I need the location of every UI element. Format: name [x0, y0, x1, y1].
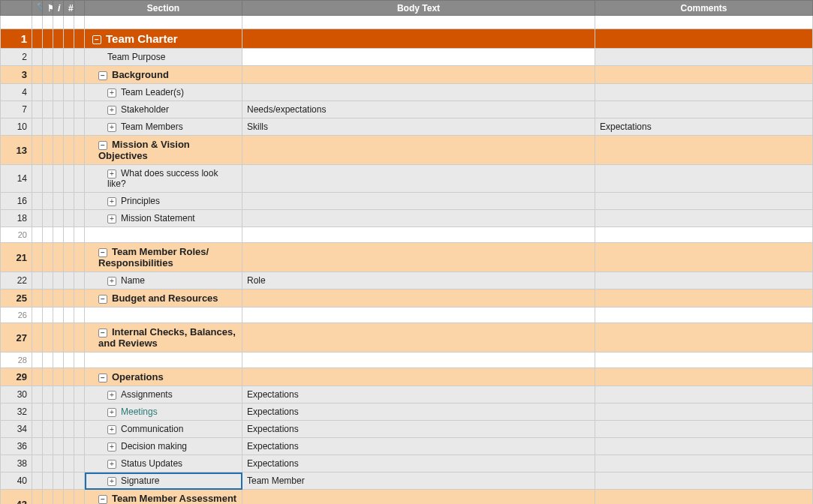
expand-icon[interactable] — [107, 425, 116, 434]
expand-icon[interactable] — [107, 477, 116, 486]
body-cell[interactable]: Team Member — [242, 472, 595, 490]
collapse-icon[interactable] — [98, 248, 107, 257]
row-number[interactable]: 40 — [1, 472, 32, 490]
table-row[interactable]: 30AssignmentsExpectations — [1, 386, 813, 404]
section-cell[interactable]: Team Member Assessment and Evaluations — [85, 490, 242, 505]
row-number[interactable]: 4 — [1, 84, 32, 101]
table-row[interactable]: 3Background — [1, 66, 813, 84]
comments-cell[interactable] — [595, 308, 813, 323]
collapse-icon[interactable] — [98, 495, 107, 504]
row-number[interactable]: 43 — [1, 490, 32, 505]
row-number[interactable]: 25 — [1, 290, 32, 308]
table-row[interactable]: 21Team Member Roles/ Responsibilities — [1, 243, 813, 272]
row-number[interactable]: 21 — [1, 243, 32, 272]
row-number[interactable]: 2 — [1, 49, 32, 66]
row-number[interactable]: 7 — [1, 101, 32, 118]
body-cell[interactable] — [242, 490, 595, 505]
row-number[interactable]: 38 — [1, 455, 32, 472]
row-number[interactable]: 22 — [1, 272, 32, 290]
header-body[interactable]: Body Text — [242, 1, 595, 16]
row-number[interactable]: 26 — [1, 308, 32, 323]
comments-cell[interactable] — [595, 290, 813, 308]
section-cell[interactable]: Mission Statement — [85, 210, 242, 227]
table-row[interactable]: 25Budget and Resources — [1, 290, 813, 308]
expand-icon[interactable] — [107, 442, 116, 452]
body-cell[interactable] — [242, 290, 595, 308]
comments-cell[interactable] — [595, 421, 813, 438]
table-row[interactable]: 43Team Member Assessment and Evaluations — [1, 490, 813, 505]
row-number[interactable]: 34 — [1, 421, 32, 438]
collapse-icon[interactable] — [98, 328, 107, 338]
comments-cell[interactable] — [595, 386, 813, 404]
body-cell[interactable] — [242, 165, 595, 193]
table-row[interactable]: 20 — [1, 227, 813, 243]
header-info-icon[interactable]: i — [53, 1, 64, 16]
section-cell[interactable]: Signature — [85, 472, 242, 490]
section-cell[interactable]: Team Member Roles/ Responsibilities — [85, 243, 242, 272]
section-cell[interactable]: Meetings — [85, 404, 242, 421]
table-row[interactable]: 29Operations — [1, 368, 813, 386]
header-rownum[interactable] — [1, 1, 32, 16]
comments-cell[interactable] — [595, 193, 813, 210]
comments-cell[interactable] — [595, 66, 813, 84]
body-cell[interactable] — [242, 243, 595, 272]
expand-icon[interactable] — [107, 214, 116, 224]
body-cell[interactable]: Expectations — [242, 386, 595, 404]
row-number[interactable]: 14 — [1, 165, 32, 193]
table-row[interactable]: 16Principles — [1, 193, 813, 210]
comments-cell[interactable] — [595, 165, 813, 193]
body-cell[interactable] — [242, 227, 595, 243]
comments-cell[interactable] — [595, 101, 813, 118]
comments-cell[interactable] — [595, 210, 813, 227]
section-cell[interactable] — [85, 227, 242, 243]
section-cell[interactable]: Team Purpose — [85, 49, 242, 66]
collapse-icon[interactable] — [98, 295, 107, 304]
comments-cell[interactable] — [595, 84, 813, 101]
section-cell[interactable]: Team Charter — [85, 29, 242, 49]
table-row[interactable]: 27Internal Checks, Balances, and Reviews — [1, 323, 813, 352]
comments-cell[interactable] — [595, 272, 813, 290]
body-cell[interactable]: Expectations — [242, 438, 595, 455]
table-row[interactable]: 1Team Charter — [1, 29, 813, 49]
table-row[interactable]: 38Status UpdatesExpectations — [1, 455, 813, 472]
table-row[interactable]: 18Mission Statement — [1, 210, 813, 227]
expand-icon[interactable] — [107, 408, 116, 417]
row-number[interactable]: 10 — [1, 118, 32, 136]
comments-cell[interactable] — [595, 438, 813, 455]
row-number[interactable]: 13 — [1, 136, 32, 165]
row-number[interactable]: 27 — [1, 323, 32, 352]
row-number[interactable]: 32 — [1, 404, 32, 421]
section-cell[interactable]: Team Members — [85, 118, 242, 136]
expand-icon[interactable] — [107, 170, 116, 178]
comments-cell[interactable] — [595, 490, 813, 505]
table-row[interactable]: 2Team Purpose — [1, 49, 813, 66]
row-number[interactable]: 3 — [1, 66, 32, 84]
table-row[interactable]: 28 — [1, 352, 813, 368]
section-cell[interactable]: Mission & Vision Objectives — [85, 136, 242, 165]
comments-cell[interactable] — [595, 368, 813, 386]
body-cell[interactable] — [242, 352, 595, 368]
comments-cell[interactable] — [595, 136, 813, 165]
comments-cell[interactable] — [595, 49, 813, 66]
comments-cell[interactable] — [595, 29, 813, 49]
table-row[interactable]: 10Team MembersSkillsExpectations — [1, 118, 813, 136]
body-cell[interactable] — [242, 308, 595, 323]
body-cell[interactable] — [242, 136, 595, 165]
expand-icon[interactable] — [107, 106, 116, 115]
section-cell[interactable]: Communication — [85, 421, 242, 438]
table-row[interactable]: 7StakeholderNeeds/expectations — [1, 101, 813, 118]
expand-icon[interactable] — [107, 277, 116, 286]
section-cell[interactable]: Assignments — [85, 386, 242, 404]
body-cell[interactable]: Skills — [242, 118, 595, 136]
body-cell[interactable]: Expectations — [242, 421, 595, 438]
body-cell[interactable]: Expectations — [242, 404, 595, 421]
table-row[interactable]: 26 — [1, 308, 813, 323]
collapse-icon[interactable] — [98, 141, 107, 150]
expand-icon[interactable] — [107, 391, 116, 400]
expand-icon[interactable] — [107, 197, 116, 206]
body-cell[interactable] — [242, 84, 595, 101]
body-cell[interactable]: Role — [242, 272, 595, 290]
comments-cell[interactable] — [595, 227, 813, 243]
header-hash-icon[interactable]: # — [64, 1, 74, 16]
header-attachment-icon[interactable]: 📎 — [32, 1, 43, 16]
